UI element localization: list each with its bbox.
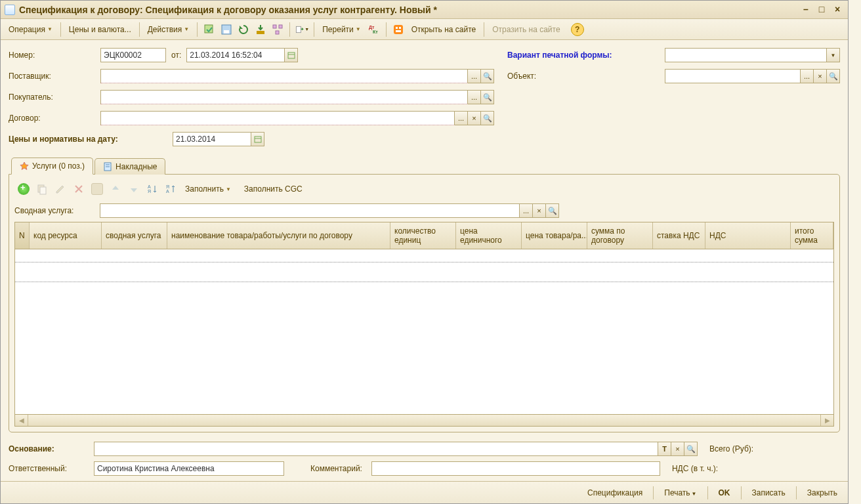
clear-button[interactable]: × (814, 69, 827, 83)
tab-content: АЯ ЯА Заполнить▼ Заполнить CGC Сводная у… (9, 174, 840, 432)
total-label: Всего (Руб): (709, 444, 753, 453)
basis-input[interactable] (94, 442, 658, 456)
add-row-button[interactable] (16, 182, 31, 196)
contract-input[interactable] (100, 111, 455, 125)
create-based-icon[interactable]: ▼ (295, 22, 309, 37)
save-icon[interactable] (219, 22, 234, 37)
help-icon[interactable]: ? (571, 23, 584, 36)
summary-service-input[interactable] (100, 203, 520, 218)
supplier-input[interactable] (100, 69, 468, 83)
search-icon[interactable]: 🔍 (684, 442, 698, 456)
date-input[interactable] (186, 48, 285, 62)
copy-row-button[interactable] (35, 182, 49, 196)
buyer-input[interactable] (100, 90, 468, 104)
select-button[interactable]: ... (455, 111, 468, 125)
select-button[interactable]: ... (468, 90, 481, 104)
fill-cgc-label: Заполнить CGC (244, 184, 303, 194)
table-body[interactable] (15, 249, 833, 414)
maximize-button[interactable]: □ (815, 4, 828, 16)
comment-input[interactable] (371, 461, 660, 476)
delete-row-button[interactable] (72, 182, 86, 196)
dropdown-caret-icon: ▼ (184, 26, 189, 32)
col-item-name[interactable]: наименование товара/работы/услуги по дог… (167, 222, 390, 249)
operation-menu[interactable]: Операция▼ (5, 22, 56, 37)
number-input[interactable] (100, 48, 166, 62)
print-variant-input[interactable] (665, 48, 827, 62)
close-button[interactable]: Закрыть (803, 488, 841, 497)
ok-button[interactable]: OK (715, 488, 734, 497)
sort-asc-button[interactable]: АЯ (145, 182, 159, 196)
fill-cgc-button[interactable]: Заполнить CGC (240, 181, 306, 197)
edit-row-button[interactable] (53, 182, 68, 196)
svg-rect-12 (399, 27, 401, 29)
col-n[interactable]: N (15, 222, 30, 249)
col-unit-price[interactable]: цена единичного (456, 222, 522, 249)
col-vat[interactable]: НДС (705, 222, 791, 249)
col-contract-sum[interactable]: сумма по договору (587, 222, 653, 249)
dropdown-caret-icon: ▼ (226, 186, 231, 192)
search-icon[interactable]: 🔍 (481, 111, 494, 125)
clear-button[interactable]: × (533, 203, 546, 218)
table-row[interactable] (15, 249, 833, 262)
col-resource-code[interactable]: код ресурса (30, 222, 102, 249)
select-button[interactable]: ... (801, 69, 814, 83)
object-input[interactable] (665, 69, 801, 83)
tab-services[interactable]: Услуги (0 поз.) (11, 158, 93, 175)
clear-button[interactable]: × (468, 111, 481, 125)
number-label: Номер: (9, 51, 100, 60)
reflect-on-site-button[interactable]: Отразить на сайте (488, 22, 564, 37)
text-button[interactable]: T (658, 442, 671, 456)
basis-label: Основание: (9, 444, 94, 453)
separator (653, 486, 654, 499)
search-icon[interactable]: 🔍 (481, 69, 494, 83)
scroll-right-button[interactable]: ▶ (820, 415, 833, 426)
col-total[interactable]: итого сумма (791, 222, 833, 249)
services-tab-icon (20, 161, 29, 171)
actions-menu[interactable]: Действия▼ (144, 22, 194, 37)
fill-menu[interactable]: Заполнить▼ (181, 181, 235, 197)
scroll-left-button[interactable]: ◀ (15, 415, 28, 426)
separator (139, 22, 140, 37)
download-icon[interactable] (253, 22, 268, 37)
post-document-icon[interactable] (202, 22, 217, 37)
prices-date-input[interactable] (173, 132, 251, 146)
clear-button[interactable]: × (671, 442, 684, 456)
dropdown-button[interactable]: ▼ (827, 48, 840, 62)
refresh-icon[interactable] (236, 22, 251, 37)
tab-invoices[interactable]: Накладные (94, 158, 165, 175)
open-on-site-button[interactable]: Открыть на сайте (408, 22, 480, 37)
table-row[interactable] (15, 262, 833, 282)
search-icon[interactable]: 🔍 (546, 203, 559, 218)
goto-menu[interactable]: Перейти▼ (318, 22, 364, 37)
close-window-button[interactable]: × (831, 4, 844, 16)
calendar-icon[interactable] (251, 132, 264, 146)
structure-icon[interactable] (270, 22, 285, 37)
specification-button[interactable]: Спецификация (583, 488, 646, 497)
select-button[interactable]: ... (468, 69, 481, 83)
col-vat-rate[interactable]: ставка НДС (653, 222, 705, 249)
move-down-button[interactable] (127, 182, 141, 196)
dropdown-caret-icon: ▼ (356, 26, 361, 32)
sort-desc-button[interactable]: ЯА (163, 182, 178, 196)
calendar-icon[interactable] (285, 48, 298, 62)
prices-currency-button[interactable]: Цены и валюта... (65, 22, 135, 37)
save-button[interactable]: Записать (748, 488, 789, 497)
debit-credit-icon[interactable]: ДтКт (367, 22, 381, 37)
col-summary-service[interactable]: сводная услуга (102, 222, 167, 249)
search-icon[interactable]: 🔍 (481, 90, 494, 104)
site-icon[interactable] (391, 22, 406, 37)
columns-setup-button[interactable] (90, 182, 104, 196)
minimize-button[interactable]: – (799, 4, 812, 16)
responsible-input[interactable] (94, 461, 284, 476)
responsible-label: Ответственный: (9, 464, 94, 473)
col-quantity[interactable]: количество единиц (390, 222, 456, 249)
select-button[interactable]: ... (520, 203, 533, 218)
save-label: Записать (752, 488, 786, 497)
move-up-button[interactable] (108, 182, 123, 196)
col-item-price[interactable]: цена товара/ра... (522, 222, 587, 249)
print-menu[interactable]: Печать▼ (660, 488, 700, 497)
services-table: N код ресурса сводная услуга наименовани… (14, 222, 834, 427)
svg-rect-22 (40, 187, 46, 194)
search-icon[interactable]: 🔍 (827, 69, 840, 83)
window-title: Спецификация к договору: Спецификация к … (19, 5, 797, 15)
